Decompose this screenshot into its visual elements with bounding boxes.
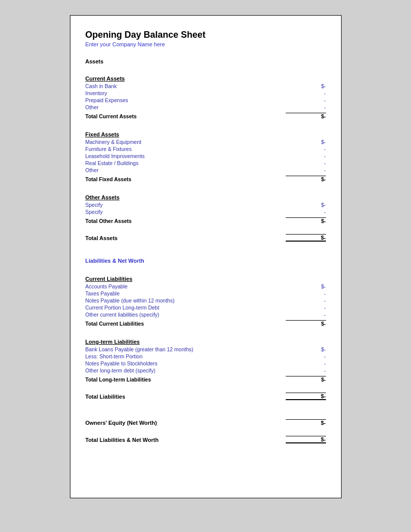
cash-in-bank-label: Cash in Bank [86, 83, 286, 89]
real-estate-value: - [286, 160, 326, 166]
list-item: Real Estate / Buildings - [86, 160, 326, 167]
taxes-payable-value: - [286, 290, 326, 296]
accounts-payable-value: $- [286, 283, 326, 289]
furniture-label: Furniture & Fixtures [86, 146, 286, 152]
total-liabilities-networth-label: Total Liabilities & Net Worth [86, 437, 286, 443]
total-current-liabilities-label: Total Current Liabilities [86, 321, 286, 327]
total-other-assets-row: Total Other Assets $- [86, 216, 326, 225]
owners-equity-value: $- [286, 419, 326, 426]
total-longterm-liabilities-value: $- [286, 376, 326, 383]
total-current-liabilities-value: $- [286, 320, 326, 327]
cash-in-bank-value: $- [286, 83, 326, 89]
taxes-payable-label: Taxes Payable [86, 290, 286, 296]
current-portion-ltd-value: - [286, 305, 326, 311]
list-item: Prepaid Expenses - [86, 97, 326, 104]
total-longterm-liabilities-row: Total Long-term Liabilities $- [86, 375, 326, 384]
furniture-value: - [286, 146, 326, 152]
list-item: Less: Short-term Portion - [86, 353, 326, 360]
other-assets-header: Other Assets [86, 194, 326, 200]
notes-payable-short-label: Notes Payable (due within 12 months) [86, 297, 286, 303]
total-fixed-assets-value: $- [286, 176, 326, 182]
balance-sheet-page: Opening Day Balance Sheet Enter your Com… [70, 15, 342, 498]
total-assets-value: $- [286, 234, 326, 242]
specify1-value: $- [286, 202, 326, 208]
total-current-liabilities-row: Total Current Liabilities $- [86, 319, 326, 328]
list-item: Leasehold Improvements - [86, 153, 326, 160]
other-longterm-debt-label: Other long-term debt (specify) [86, 367, 286, 373]
list-item: Cash in Bank $- [86, 83, 326, 90]
other-current-liabilities-label: Other current liabilities (specify) [86, 312, 286, 318]
page-title: Opening Day Balance Sheet [86, 30, 326, 40]
total-fixed-assets-label: Total Fixed Assets [86, 176, 286, 182]
list-item: Bank Loans Payable (greater than 12 mont… [86, 346, 326, 353]
current-liabilities-header: Current Liabilities [86, 276, 326, 282]
inventory-value: - [286, 90, 326, 96]
list-item: Specify - [86, 208, 326, 215]
list-item: Inventory - [86, 90, 326, 97]
current-portion-ltd-label: Current Portion Long-term Debt [86, 305, 286, 311]
list-item: Furniture & Fixtures - [86, 145, 326, 153]
list-item: Notes Payable (due within 12 months) - [86, 297, 326, 304]
notes-payable-stockholders-value: - [286, 360, 326, 366]
total-assets-row: Total Assets $- [86, 233, 326, 243]
assets-header: Assets [86, 58, 326, 64]
list-item: Taxes Payable - [86, 290, 326, 297]
list-item: Other long-term debt (specify) - [86, 367, 326, 374]
total-liabilities-value: $- [286, 393, 326, 400]
liabilities-networth-header: Liabilities & Net Worth [86, 258, 326, 264]
fixed-other-value: - [286, 167, 326, 173]
less-short-term-value: - [286, 353, 326, 359]
total-current-assets-label: Total Current Assets [86, 113, 286, 119]
inventory-label: Inventory [86, 90, 286, 96]
total-liabilities-networth-row: Total Liabilities & Net Worth $- [86, 435, 326, 444]
accounts-payable-label: Accounts Payable [86, 283, 286, 289]
machinery-value: $- [286, 139, 326, 145]
total-other-assets-value: $- [286, 217, 326, 224]
specify1-label: Specify [86, 202, 286, 208]
list-item: Specify $- [86, 201, 326, 208]
current-other-value: - [286, 104, 326, 110]
notes-payable-short-value: - [286, 297, 326, 303]
list-item: Machinery & Equipment $- [86, 138, 326, 145]
current-assets-header: Current Assets [86, 75, 326, 82]
total-liabilities-row: Total Liabilities $- [86, 392, 326, 401]
less-short-term-label: Less: Short-term Portion [86, 353, 286, 359]
total-liabilities-networth-value: $- [286, 436, 326, 443]
total-longterm-liabilities-label: Total Long-term Liabilities [86, 376, 286, 383]
prepaid-expenses-label: Prepaid Expenses [86, 97, 286, 103]
prepaid-expenses-value: - [286, 97, 326, 103]
machinery-label: Machinery & Equipment [86, 139, 286, 145]
list-item: Other - [86, 104, 326, 111]
list-item: Current Portion Long-term Debt - [86, 304, 326, 311]
bank-loans-payable-value: $- [286, 346, 326, 352]
list-item: Other - [86, 167, 326, 174]
total-current-assets-value: $- [286, 113, 326, 119]
specify2-value: - [286, 209, 326, 215]
total-fixed-assets-row: Total Fixed Assets $- [86, 175, 326, 183]
longterm-liabilities-header: Long-term Liabilities [86, 339, 326, 345]
company-name-subtitle: Enter your Company Name here [86, 41, 326, 47]
fixed-other-label: Other [86, 167, 286, 173]
total-other-assets-label: Total Other Assets [86, 218, 286, 224]
total-assets-label: Total Assets [86, 235, 286, 241]
other-longterm-debt-value: - [286, 367, 326, 373]
list-item: Other current liabilities (specify) - [86, 311, 326, 318]
real-estate-label: Real Estate / Buildings [86, 160, 286, 166]
bank-loans-payable-label: Bank Loans Payable (greater than 12 mont… [86, 346, 286, 352]
specify2-label: Specify [86, 209, 286, 215]
total-current-assets-row: Total Current Assets $- [86, 112, 326, 120]
notes-payable-stockholders-label: Notes Payable to Stockholders [86, 360, 286, 366]
list-item: Accounts Payable $- [86, 283, 326, 290]
owners-equity-row: Owners' Equity (Net Worth) $- [86, 418, 326, 427]
other-current-liabilities-value: - [286, 312, 326, 318]
leasehold-label: Leasehold Improvements [86, 153, 286, 159]
list-item: Notes Payable to Stockholders - [86, 360, 326, 367]
fixed-assets-header: Fixed Assets [86, 131, 326, 137]
total-liabilities-label: Total Liabilities [86, 394, 286, 400]
owners-equity-label: Owners' Equity (Net Worth) [86, 420, 286, 426]
current-other-label: Other [86, 104, 286, 110]
leasehold-value: - [286, 153, 326, 159]
